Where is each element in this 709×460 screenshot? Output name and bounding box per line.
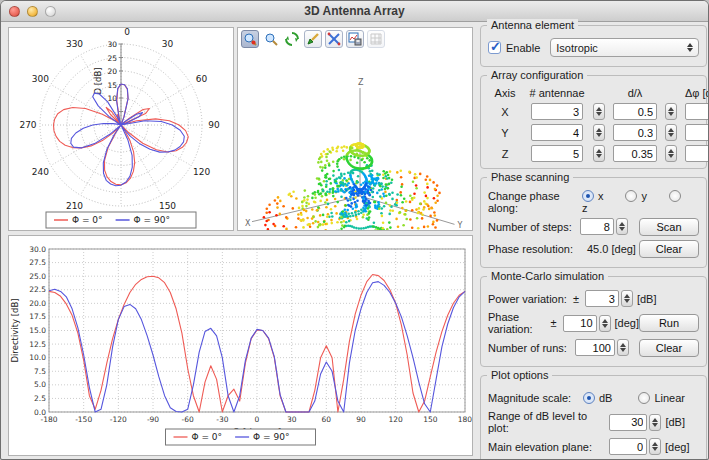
svg-text:-30: -30 [216, 415, 228, 424]
radio-linear[interactable]: Linear [638, 392, 685, 404]
x-d_lambda-field[interactable] [613, 103, 657, 120]
runs-label: Number of runs: [488, 342, 567, 354]
plot-option-stepper-0[interactable] [649, 414, 661, 431]
plot-option-row: Main elevation plane:[deg] [488, 437, 699, 456]
zoom-icon[interactable] [262, 30, 280, 48]
runs-stepper[interactable] [617, 339, 629, 356]
svg-text:Y: Y [457, 221, 463, 230]
snapshot-icon[interactable] [346, 30, 364, 48]
x-dphi-field[interactable] [685, 103, 709, 120]
svg-text:2.5: 2.5 [34, 394, 46, 403]
run-button[interactable]: Run [639, 314, 699, 332]
magnitude-scale-label: Magnitude scale: [488, 392, 571, 404]
x-antennae-field[interactable] [531, 103, 583, 120]
magnitude-radio-group: dB Linear [583, 392, 685, 404]
y-d_lambda-stepper[interactable] [665, 124, 677, 141]
svg-text:210: 210 [66, 201, 83, 211]
group-title: Antenna element [487, 19, 578, 31]
svg-text:Φ = 90°: Φ = 90° [134, 215, 170, 225]
svg-text:15: 15 [107, 81, 117, 90]
z-dphi-field[interactable] [685, 145, 709, 162]
combo-stepper-icon [687, 43, 693, 52]
plot-option-stepper-1[interactable] [649, 438, 661, 455]
radio-y[interactable]: y [625, 190, 647, 202]
radio-x[interactable]: x [582, 190, 604, 202]
polar-chart: 0306090120150180210240270300330101520253… [9, 28, 233, 230]
svg-text:22.5: 22.5 [29, 285, 46, 294]
app-window: 3D Antenna Array 03060901201501802102402… [0, 0, 709, 460]
svg-text:Z: Z [358, 78, 364, 87]
runs-field[interactable] [575, 339, 615, 356]
power-variation-field[interactable] [585, 290, 619, 307]
element-value: Isotropic [556, 42, 687, 54]
plot-option-field-0[interactable] [609, 414, 647, 431]
rotate-3d-icon[interactable] [283, 30, 301, 48]
svg-text:Φ = 0°: Φ = 0° [192, 432, 223, 442]
phase-variation-field[interactable] [563, 315, 597, 332]
scan-button[interactable]: Scan [639, 218, 699, 236]
group-title: Phase scanning [487, 171, 573, 183]
clear-runs-button[interactable]: Clear [639, 339, 699, 357]
svg-text:240: 240 [32, 167, 49, 177]
svg-text:20: 20 [107, 67, 117, 76]
z-d_lambda-field[interactable] [613, 145, 657, 162]
titlebar: 3D Antenna Array [1, 1, 708, 22]
svg-text:25: 25 [107, 54, 117, 63]
svg-text:-60: -60 [182, 415, 194, 424]
y-antennae-stepper[interactable] [593, 124, 605, 141]
element-combobox[interactable]: Isotropic [550, 38, 699, 57]
change-phase-label: Change phase along: [488, 190, 582, 214]
svg-text:90: 90 [356, 415, 366, 424]
plus-minus: ± [573, 293, 579, 305]
phase-unit: [deg] [615, 317, 639, 329]
z-d_lambda-stepper[interactable] [665, 145, 677, 162]
plot-option-field-1[interactable] [609, 438, 647, 455]
svg-text:30: 30 [287, 415, 297, 424]
svg-text:5.0: 5.0 [34, 380, 46, 389]
col-header-dlambda: d/λ [628, 87, 643, 99]
zoom-select-icon[interactable] [241, 30, 259, 48]
x-d_lambda-stepper[interactable] [665, 103, 677, 120]
col-header-dphi: Δφ [deg] [685, 87, 709, 99]
y-dphi-field[interactable] [685, 124, 709, 141]
resolution-label: Phase resolution: [488, 243, 573, 255]
power-variation-stepper[interactable] [621, 290, 633, 307]
svg-text:150: 150 [423, 415, 438, 424]
plot-option-row: Range of dB level to plot:[dB] [488, 410, 699, 434]
svg-text:30.0: 30.0 [29, 245, 46, 254]
y-d_lambda-field[interactable] [613, 124, 657, 141]
viewer-3d-panel: XYZ [237, 27, 473, 231]
phase-scanning-group: Phase scanning Change phase along: xyz N… [480, 177, 707, 268]
axes-icon[interactable] [325, 30, 343, 48]
steps-field[interactable] [580, 218, 614, 235]
steps-label: Number of steps: [488, 221, 572, 233]
radio-db[interactable]: dB [583, 392, 612, 404]
phase-variation-stepper[interactable] [599, 315, 611, 332]
enable-label: Enable [506, 42, 540, 54]
svg-text:270: 270 [19, 120, 36, 130]
pan-icon[interactable] [304, 30, 322, 48]
svg-text:27.5: 27.5 [29, 258, 46, 267]
plot-options-group: Plot options Magnitude scale: dB Linear … [480, 375, 707, 460]
group-title: Monte-Carlo simulation [487, 270, 608, 282]
svg-text:150: 150 [159, 201, 176, 211]
svg-text:20.0: 20.0 [29, 299, 46, 308]
axis-label-z: Z [502, 148, 509, 160]
svg-text:90: 90 [208, 120, 220, 130]
power-unit: [dB] [637, 293, 657, 305]
monte-carlo-group: Monte-Carlo simulation Power variation: … [480, 276, 707, 367]
steps-stepper[interactable] [616, 218, 628, 235]
directivity-chart: -180-150-120-90-60-3003060901201501800.0… [9, 236, 472, 455]
svg-text:-120: -120 [110, 415, 127, 424]
clear-scan-button[interactable]: Clear [639, 240, 699, 258]
x-antennae-stepper[interactable] [593, 103, 605, 120]
z-antennae-stepper[interactable] [593, 145, 605, 162]
y-antennae-field[interactable] [531, 124, 583, 141]
pattern-3d-view[interactable]: XYZ [238, 48, 472, 230]
group-title: Array configuration [487, 69, 587, 81]
radio-linear-icon [638, 392, 650, 404]
enable-checkbox[interactable] [488, 41, 501, 54]
svg-text:Φ = 0°: Φ = 0° [72, 215, 103, 225]
z-antennae-field[interactable] [531, 145, 583, 162]
plot-option-rows: Range of dB level to plot:[dB]Main eleva… [488, 410, 699, 460]
